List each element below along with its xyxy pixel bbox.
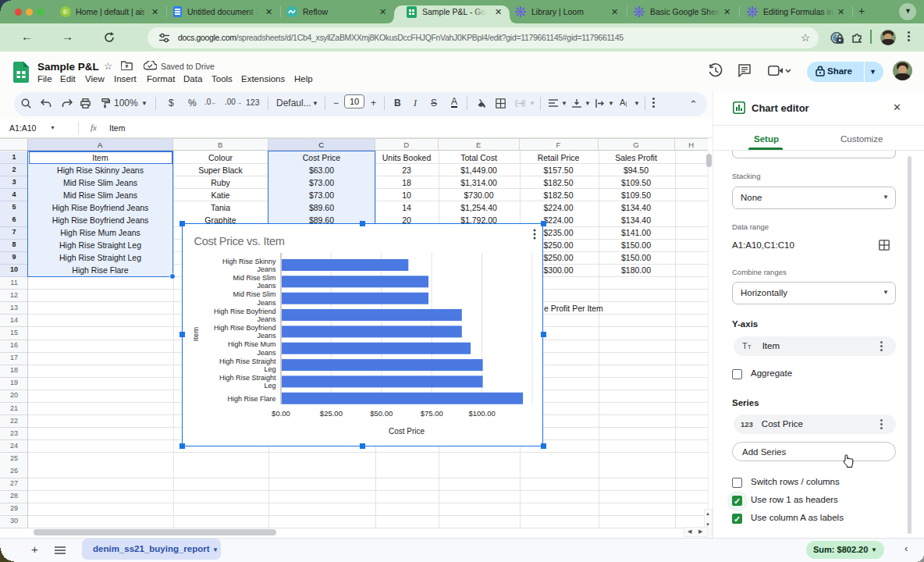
svg-text:High Rise Boyfriend: High Rise Boyfriend	[213, 324, 275, 332]
svg-text:Leg: Leg	[264, 365, 275, 373]
svg-text:$25.00: $25.00	[319, 409, 342, 418]
svg-text:Leg: Leg	[264, 382, 275, 389]
svg-text:Cost Price vs. Item: Cost Price vs. Item	[194, 235, 284, 247]
svg-text:Jeans: Jeans	[257, 299, 276, 307]
svg-text:Jeans: Jeans	[257, 265, 276, 273]
svg-text:Jeans: Jeans	[257, 315, 276, 323]
svg-text:Jeans: Jeans	[257, 282, 276, 290]
svg-text:Item: Item	[191, 327, 200, 342]
svg-text:Jeans: Jeans	[257, 332, 276, 340]
svg-text:High Rise Skinny: High Rise Skinny	[222, 258, 275, 265]
svg-text:$75.00: $75.00	[420, 409, 442, 418]
svg-text:High Rise Flare: High Rise Flare	[227, 395, 275, 403]
svg-text:$100.00: $100.00	[468, 409, 495, 418]
svg-text:Mid Rise Slim: Mid Rise Slim	[233, 274, 275, 282]
svg-text:High Rise Boyfriend: High Rise Boyfriend	[213, 308, 275, 315]
svg-text:High Rise Straight: High Rise Straight	[219, 357, 275, 365]
svg-text:High Rise Straight: High Rise Straight	[219, 374, 275, 382]
svg-text:$50.00: $50.00	[370, 409, 393, 418]
svg-text:$0.00: $0.00	[272, 409, 290, 418]
svg-text:Mid Rise Slim: Mid Rise Slim	[233, 290, 275, 298]
svg-text:Jeans: Jeans	[257, 349, 276, 357]
svg-text:Cost Price: Cost Price	[388, 427, 425, 436]
svg-text:High Rise Mum: High Rise Mum	[227, 340, 275, 348]
